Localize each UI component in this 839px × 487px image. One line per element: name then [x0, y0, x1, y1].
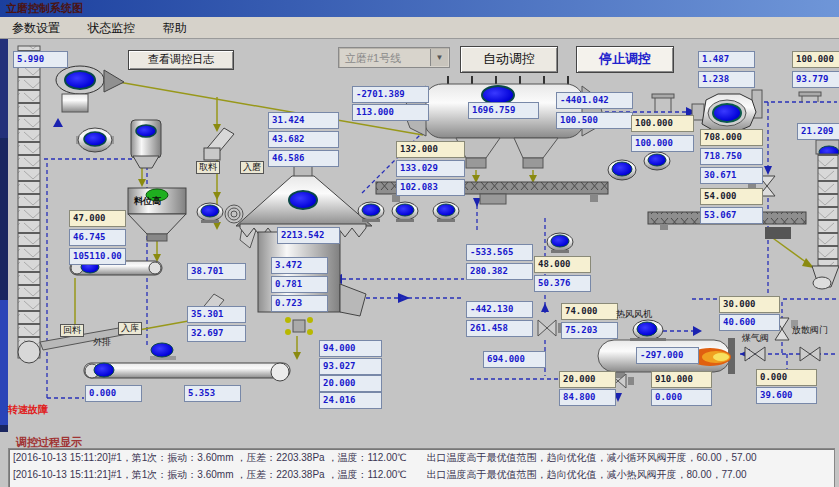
control-log-panel: 调控过程显示 [2016-10-13 15:11:20]#1，第1次：振动：3.…: [0, 432, 839, 487]
furn1-pv-readout: 84.800: [559, 389, 616, 406]
fan-power-pv-readout: 718.750: [700, 148, 763, 165]
furn2-pv-readout: 0.000: [651, 389, 712, 406]
furn2-set-readout[interactable]: 910.000: [651, 371, 712, 388]
speedfault-label: 转速故障: [8, 404, 48, 415]
mill-v3-readout: 0.723: [271, 295, 328, 312]
gasv-label: 煤气阀: [742, 333, 769, 344]
belt1-readout: 0.000: [85, 385, 142, 402]
furn1-set-readout[interactable]: 20.000: [559, 371, 616, 388]
mill-v2-readout: 0.781: [271, 276, 328, 293]
log-list[interactable]: [2016-10-13 15:11:20]#1，第1次：振动：3.60mm ，压…: [8, 448, 835, 487]
fan-p2-readout: 1.238: [698, 71, 755, 88]
sep-power-readout: 1696.759: [468, 102, 539, 119]
chevron-down-icon[interactable]: ▼: [430, 49, 448, 66]
right-bucket-elevator: [812, 140, 839, 289]
circ-valve-set-readout[interactable]: 100.000: [631, 115, 694, 132]
window-titlebar: 立磨控制系统图: [0, 0, 839, 17]
menu-help[interactable]: 帮助: [151, 17, 199, 38]
fan-pv-readout: 93.779: [792, 71, 839, 88]
process-stage: 查看调控日志 立磨#1号线 ▼ 自动调控 停止调控 5.990-2701.389…: [0, 0, 839, 487]
md-pres-readout: -442.130: [466, 301, 533, 318]
mill-vib-readout: 3.472: [271, 257, 328, 274]
mo-pres-readout: -533.565: [466, 244, 533, 261]
cv1-readout: 38.701: [187, 263, 246, 280]
log-line: [2016-10-13 15:11:20]#1，第1次：振动：3.60mm ，压…: [13, 451, 757, 465]
main-fan: [692, 90, 762, 132]
elev-speed-readout: 5.990: [13, 51, 68, 68]
gas2-pv-readout: 39.600: [756, 387, 817, 404]
elevator-motor-indicator: [65, 71, 95, 89]
line-selector-dropdown[interactable]: 立磨#1号线 ▼: [338, 47, 450, 68]
mill-power-readout: 2213.542: [277, 227, 340, 244]
liaoweigao-label: 料位高: [134, 196, 161, 207]
discharge-pump: [197, 203, 223, 223]
furn-temp-readout: -297.000: [636, 347, 699, 364]
mill-motor-indicator: [289, 191, 317, 209]
fan-power-set-readout[interactable]: 708.000: [700, 129, 763, 146]
rumo-label: 入磨: [240, 161, 264, 174]
hot-air-fan: [630, 320, 666, 341]
fan-p1-readout: 1.487: [698, 51, 755, 68]
md-temp-readout: 261.458: [466, 320, 533, 337]
circ2-pv-readout: 50.376: [534, 275, 591, 292]
app-window: 查看调控日志 立磨#1号线 ▼ 自动调控 停止调控 5.990-2701.389…: [0, 0, 839, 487]
bottom-conveyor: [84, 343, 290, 381]
sep-in-temp-readout: 113.000: [352, 104, 429, 121]
log-line: [2016-10-13 15:11:21]#1，第1次：振动：3.60mm ，压…: [13, 468, 747, 482]
view-control-log-button[interactable]: 查看调控日志: [128, 50, 234, 70]
millp-pv-readout: 133.029: [396, 160, 465, 177]
hotfan-label: 热风风机: [616, 309, 652, 320]
fan-motor-indicator: [713, 104, 741, 122]
sep-out-pres-readout: -4401.042: [556, 92, 633, 109]
mb1-readout: 94.000: [319, 340, 382, 357]
quliao-label: 取料: [196, 161, 220, 174]
fan2-pv-readout: 53.067: [700, 207, 763, 224]
rotary-feeder: [76, 128, 114, 152]
line-selector-value: 立磨#1号线: [345, 52, 401, 64]
ruku-label: 入库: [118, 322, 142, 335]
circ2-set-readout[interactable]: 48.000: [534, 256, 591, 273]
gas1-set-readout[interactable]: 30.000: [719, 296, 780, 313]
gas-valve-2: [800, 347, 820, 361]
gate-valve-sep-fan: [652, 94, 674, 112]
fan-set-readout[interactable]: 100.000: [792, 51, 839, 68]
millp-b-readout: 102.083: [396, 179, 465, 196]
window-title: 立磨控制系统图: [6, 2, 83, 14]
menu-parameter-settings[interactable]: 参数设置: [0, 17, 72, 38]
rotary-airlock-icon: [225, 205, 243, 223]
gas2-set-readout[interactable]: 0.000: [756, 369, 817, 386]
circ-valve-pv-readout: 100.000: [631, 135, 694, 152]
cv3-readout: 32.697: [187, 325, 246, 342]
mb4-readout: 24.016: [319, 392, 382, 409]
mb3-readout: 20.000: [319, 375, 382, 392]
feed3-readout: 46.586: [268, 150, 339, 167]
sep-out-temp-readout: 100.500: [556, 112, 633, 129]
right-flow-readout: 21.209: [797, 123, 839, 140]
mo-temp-readout: 280.382: [466, 263, 533, 280]
gas1-pv-readout: 40.600: [719, 314, 780, 331]
hot-pv-readout: 75.203: [561, 322, 618, 339]
feed2-readout: 43.682: [268, 131, 339, 148]
feed1-readout: 31.424: [268, 112, 339, 129]
desktop-edge-strip: [0, 38, 8, 487]
sep-in-pres-readout: -2701.389: [352, 86, 429, 103]
huiliao-label: 回料: [60, 324, 84, 337]
stop-control-button[interactable]: 停止调控: [576, 46, 674, 73]
mb2-readout: 93.027: [319, 358, 382, 375]
auto-control-button[interactable]: 自动调控: [460, 46, 558, 73]
waipai-label: 外排: [93, 337, 111, 348]
gate-valve-fan-out: [799, 92, 821, 102]
weigh-pv-readout: 46.745: [69, 229, 126, 246]
fan2-set-readout[interactable]: 54.000: [700, 188, 763, 205]
menu-status-monitoring[interactable]: 状态监控: [75, 17, 147, 38]
furn-in-readout: 694.000: [483, 351, 546, 368]
millp-set-readout[interactable]: 132.000: [396, 141, 465, 158]
hot-set-readout[interactable]: 74.000: [561, 303, 618, 320]
weigh-set-readout[interactable]: 47.000: [69, 210, 126, 227]
gas-valve-1: [745, 347, 765, 361]
belt2-readout: 5.353: [184, 385, 241, 402]
cv2-readout: 35.301: [187, 306, 246, 323]
feed-bin: [131, 120, 161, 168]
menu-bar: 参数设置 状态监控 帮助: [0, 17, 839, 39]
fan-i-readout: 30.671: [700, 167, 763, 184]
